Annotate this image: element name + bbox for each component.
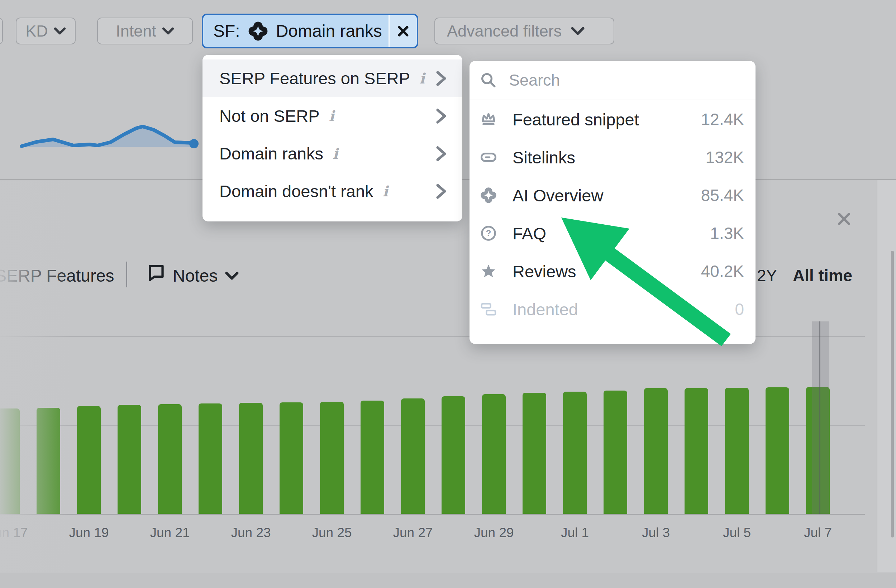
search-input[interactable] xyxy=(508,71,745,90)
advanced-filters-label: Advanced filters xyxy=(447,22,562,41)
keyword-trend-sparkline xyxy=(0,118,215,158)
bar-jul-4[interactable] xyxy=(684,388,708,514)
feature-label: AI Overview xyxy=(512,186,603,205)
x-axis-baseline xyxy=(0,514,865,515)
x-tick-label: Jul 5 xyxy=(723,525,751,540)
sf-chip-remove-button[interactable] xyxy=(390,15,417,47)
bar-jun-26[interactable] xyxy=(361,401,384,514)
hover-highlight-band xyxy=(812,321,829,514)
x-tick-label: Jul 1 xyxy=(561,525,589,540)
range-2y-button[interactable]: 2Y xyxy=(757,266,777,285)
bar-jul-3[interactable] xyxy=(644,388,668,514)
bar-jun-25[interactable] xyxy=(320,402,344,514)
hover-highlight-line xyxy=(819,321,820,514)
chevron-right-icon xyxy=(436,146,446,161)
feature-label: Reviews xyxy=(512,262,576,281)
notes-dropdown[interactable]: Notes xyxy=(173,266,218,286)
sf-domain-ranks-filter-chip[interactable]: SF: Domain ranks xyxy=(202,14,418,49)
menu-item-label: Domain ranks xyxy=(219,144,323,163)
kd-filter-button[interactable]: KD xyxy=(16,18,76,44)
bar-jun-28[interactable] xyxy=(442,396,465,514)
bar-jun-23[interactable] xyxy=(239,403,263,514)
faq-icon: ? xyxy=(480,225,497,242)
card-right-edge xyxy=(877,180,877,572)
feature-count: 0 xyxy=(735,300,744,319)
info-icon: i xyxy=(332,146,338,161)
left-edge-fade xyxy=(0,181,72,571)
info-icon: i xyxy=(329,109,334,123)
range-all-time-button[interactable]: All time xyxy=(793,266,852,285)
x-tick-label: Jun 25 xyxy=(312,525,352,540)
bar-jun-24[interactable] xyxy=(280,402,303,514)
bar-jul-6[interactable] xyxy=(765,387,789,514)
serp-menu-item-2[interactable]: Domain ranksi xyxy=(203,135,462,172)
feature-item-featured-snippet[interactable]: Featured snippet12.4K xyxy=(469,101,756,138)
intent-label: Intent xyxy=(116,22,156,41)
info-icon: i xyxy=(383,184,388,198)
bar-jul-2[interactable] xyxy=(603,391,627,514)
chevron-right-icon xyxy=(436,183,446,199)
bar-jun-21[interactable] xyxy=(158,404,182,514)
bar-jun-20[interactable] xyxy=(117,405,141,514)
x-tick-label: Jun 19 xyxy=(69,525,108,540)
serp-menu-item-3[interactable]: Domain doesn't ranki xyxy=(203,172,462,210)
feature-count: 85.4K xyxy=(701,186,744,205)
card-bottom-gutter xyxy=(0,573,896,588)
feature-label: Sitelinks xyxy=(512,148,575,168)
bar-jul-1[interactable] xyxy=(563,391,587,514)
bar-jun-29[interactable] xyxy=(482,394,506,514)
feature-item-ai-overview[interactable]: AI Overview85.4K xyxy=(469,176,756,214)
serp-menu-item-0[interactable]: SERP Features on SERPi xyxy=(203,59,462,97)
sf-chip-body[interactable]: SF: Domain ranks xyxy=(203,21,389,41)
x-tick-label: Jun 29 xyxy=(474,525,514,540)
feature-item-faq[interactable]: ?FAQ1.3K xyxy=(469,214,756,252)
x-tick-label: Jun 23 xyxy=(231,525,271,540)
feature-count: 132K xyxy=(706,148,744,167)
serp-menu-item-1[interactable]: Not on SERPi xyxy=(203,97,462,135)
filter-button-cropped[interactable] xyxy=(0,18,3,44)
feature-item-reviews[interactable]: Reviews40.2K xyxy=(469,252,756,290)
feature-item-sitelinks[interactable]: Sitelinks132K xyxy=(469,138,756,176)
menu-item-label: Not on SERP xyxy=(219,106,320,126)
sf-chip-value: Domain ranks xyxy=(276,21,382,41)
intent-filter-button[interactable]: Intent xyxy=(97,18,193,44)
chevron-down-icon xyxy=(54,27,66,35)
x-tick-label: Jun 21 xyxy=(150,525,190,540)
feature-count: 40.2K xyxy=(701,262,744,281)
chevron-down-icon[interactable] xyxy=(225,272,239,280)
chevron-right-icon xyxy=(436,71,446,86)
bar-jul-5[interactable] xyxy=(725,388,749,514)
crown-icon xyxy=(480,111,497,128)
feature-item-indented: Indented0 xyxy=(469,290,756,328)
x-tick-label: Jul 7 xyxy=(804,525,832,540)
indented-icon xyxy=(480,301,497,317)
info-icon: i xyxy=(419,71,425,85)
ai-overview-icon xyxy=(480,187,497,204)
bar-jun-19[interactable] xyxy=(77,406,101,514)
advanced-filters-button[interactable]: Advanced filters xyxy=(434,18,614,44)
line-endpoint-dot xyxy=(189,139,198,148)
menu-item-label: Domain doesn't rank xyxy=(219,181,373,201)
x-tick-label: Jul 3 xyxy=(642,525,670,540)
bar-jun-30[interactable] xyxy=(523,393,546,514)
chevron-down-icon xyxy=(162,27,174,35)
feature-count: 12.4K xyxy=(701,110,744,129)
feature-count: 1.3K xyxy=(710,224,744,243)
feature-label: FAQ xyxy=(512,224,546,243)
toolbar-divider xyxy=(126,262,127,287)
menu-item-label: SERP Features on SERP xyxy=(219,69,410,88)
notes-icon xyxy=(148,264,165,282)
feature-label: Indented xyxy=(512,300,578,319)
sitelinks-icon xyxy=(480,149,497,166)
bar-jun-27[interactable] xyxy=(401,398,425,514)
svg-text:?: ? xyxy=(486,228,491,238)
serp-feature-submenu: Featured snippet12.4KSitelinks132KAI Ove… xyxy=(469,61,756,344)
bar-jun-22[interactable] xyxy=(198,404,222,514)
submenu-search-row xyxy=(469,61,756,101)
close-icon[interactable] xyxy=(837,212,851,226)
vertical-scrollbar[interactable] xyxy=(891,251,894,538)
chevron-right-icon xyxy=(436,108,446,124)
chevron-down-icon xyxy=(571,27,585,35)
kd-label: KD xyxy=(26,22,48,41)
close-icon xyxy=(397,25,409,37)
